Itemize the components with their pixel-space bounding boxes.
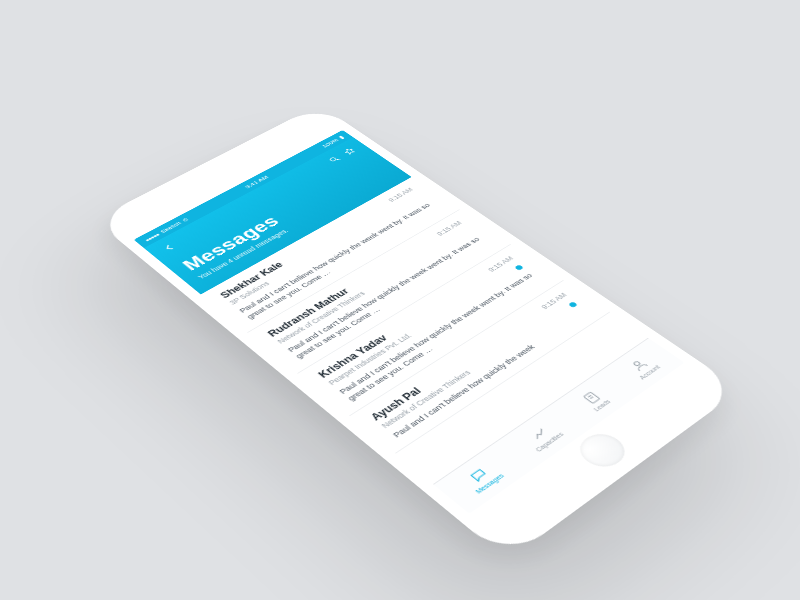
battery-icon: ▮ [337,135,345,140]
svg-line-5 [590,397,593,399]
tab-leads[interactable]: Leads [578,388,611,412]
svg-line-1 [336,158,340,160]
tab-messages[interactable]: Messages [460,461,505,494]
svg-marker-2 [343,147,355,155]
svg-point-0 [329,157,337,162]
svg-line-4 [588,395,591,397]
tab-capacities[interactable]: Capacities [520,421,564,453]
wifi-icon: ⎋ [180,217,189,223]
device-frame: ●●●●● Sketch ⎋ 9:41 AM 100% ▮ [94,105,741,561]
back-button[interactable] [161,242,180,254]
search-icon[interactable] [326,155,343,166]
star-icon[interactable] [342,146,359,157]
tab-account[interactable]: Account [624,354,661,380]
svg-point-6 [633,361,641,366]
